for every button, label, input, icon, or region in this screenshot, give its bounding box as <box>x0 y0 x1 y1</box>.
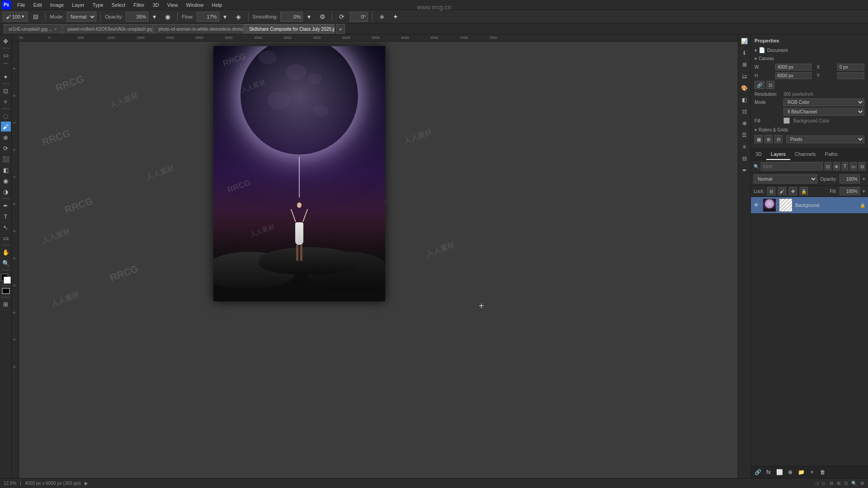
bit-depth-select[interactable]: 8 Bits/Channel <box>783 108 864 116</box>
opacity-input[interactable] <box>126 12 148 22</box>
tab-paths[interactable]: Paths <box>821 149 842 160</box>
lock-all-btn[interactable]: 🔒 <box>800 187 808 195</box>
flow-arrow[interactable]: ▾ <box>220 11 231 22</box>
tool-marquee[interactable]: ▭ <box>1 50 11 60</box>
tool-path-select[interactable]: ↖ <box>1 222 11 232</box>
tab-channels[interactable]: Channels <box>790 149 820 160</box>
tab-4[interactable]: Skillshare Composite for Class July 2020… <box>244 24 335 34</box>
height-input[interactable] <box>775 72 811 79</box>
layers-kind-input[interactable] <box>761 162 823 170</box>
tool-crop[interactable]: ⊡ <box>1 86 11 96</box>
angle-input[interactable] <box>350 12 368 22</box>
menu-3d[interactable]: 3D <box>149 1 163 9</box>
ruler-snap-btn[interactable]: ⊟ <box>774 135 783 143</box>
menu-file[interactable]: File <box>14 1 29 9</box>
always-use-pressure-btn[interactable]: ◉ <box>162 11 173 22</box>
document-section[interactable]: ▾ 📄 Document <box>755 47 864 53</box>
adjustments-btn[interactable]: ⊕ <box>740 118 750 128</box>
tool-dodge[interactable]: ◑ <box>1 187 11 197</box>
menu-view[interactable]: View <box>164 1 182 9</box>
styles-btn[interactable]: ☰ <box>740 130 750 140</box>
tool-magic-wand[interactable]: ✦ <box>1 72 11 82</box>
delete-layer-btn[interactable]: 🗑 <box>819 468 827 476</box>
menu-filter[interactable]: Filter <box>130 1 148 9</box>
image-canvas[interactable]: RRCG 人人素材 RRCG 人人素材 <box>213 46 385 301</box>
info-btn[interactable]: ℹ <box>740 48 750 58</box>
tool-brush[interactable]: 🖌 <box>1 122 11 131</box>
link-layers-btn[interactable]: 🔗 <box>754 468 762 476</box>
smoothing-input[interactable] <box>280 12 303 22</box>
add-fx-btn[interactable]: fx <box>764 468 773 476</box>
status-icon-1[interactable]: ◁ <box>815 481 819 486</box>
angle-btn[interactable]: ⟳ <box>336 11 347 22</box>
fg-bg-colors[interactable] <box>1 274 11 284</box>
menu-help[interactable]: Help <box>208 1 226 9</box>
layer-background[interactable]: 👁 Background 🔒 <box>751 197 868 214</box>
lock-aspect-btn[interactable]: 🔗 <box>755 81 764 89</box>
menu-type[interactable]: Type <box>89 1 107 9</box>
fill-color-swatch[interactable] <box>783 117 790 124</box>
status-arrow[interactable]: ▶ <box>85 481 88 486</box>
status-icon-2[interactable]: ▷ <box>822 481 826 486</box>
quick-mask[interactable] <box>2 288 10 294</box>
menu-image[interactable]: Image <box>47 1 68 9</box>
grid-btn[interactable]: ⊞ <box>740 60 750 70</box>
airbrush-btn[interactable]: ◈ <box>233 11 244 22</box>
tab-1-close[interactable]: × <box>54 27 57 32</box>
layers-filter-type-btn[interactable]: ⊡ <box>825 162 831 170</box>
layers-opacity-input[interactable] <box>840 174 860 183</box>
status-icon-4[interactable]: ⊞ <box>837 481 840 486</box>
brush-settings-btn[interactable]: ⊟ <box>30 11 41 22</box>
new-fill-adj-btn[interactable]: ⊕ <box>786 468 794 476</box>
tool-clone[interactable]: ⊕ <box>1 132 11 142</box>
menu-edit[interactable]: Edit <box>30 1 46 9</box>
tablet-pressure-btn[interactable]: ✦ <box>390 11 401 22</box>
background-color[interactable] <box>4 277 11 284</box>
tool-eraser[interactable]: ⬛ <box>1 154 11 164</box>
screen-mode-btn[interactable]: ⊞ <box>1 299 11 309</box>
histogram-btn[interactable]: 📊 <box>740 36 750 46</box>
status-icon-3[interactable]: ⊟ <box>830 481 833 486</box>
lock-paint-btn[interactable]: 🖌 <box>778 187 786 195</box>
menu-window[interactable]: Window <box>182 1 207 9</box>
tool-eyedropper[interactable]: ⟡ <box>1 97 11 107</box>
layers-filter-text-btn[interactable]: T <box>842 162 849 170</box>
rulers-section[interactable]: ▾ Rulers & Grids <box>755 127 864 132</box>
patterns-btn[interactable]: ⊡ <box>740 107 750 117</box>
tool-lasso[interactable]: ⌒ <box>1 61 11 71</box>
tool-hand[interactable]: ✋ <box>1 247 11 257</box>
tool-spot-heal[interactable]: ◌ <box>1 111 11 121</box>
layers-icon-btn[interactable]: ≡ <box>740 142 750 152</box>
tool-zoom[interactable]: 🔍 <box>1 258 11 268</box>
smoothing-arrow[interactable]: ▾ <box>303 11 314 22</box>
smoothing-settings-btn[interactable]: ⚙ <box>317 11 328 22</box>
lock-transparent-btn[interactable]: ⊟ <box>767 187 775 195</box>
flow-input[interactable] <box>197 12 219 22</box>
ruler-grid-btn[interactable]: ⊞ <box>764 135 773 143</box>
tool-preset-btn[interactable]: 🖌 100 ▾ <box>3 12 28 22</box>
width-input[interactable] <box>775 64 811 70</box>
fill-input[interactable] <box>840 187 860 195</box>
symmetry-btn[interactable]: ⧺ <box>377 11 387 22</box>
canvas-area[interactable]: RRCG 人人素材 RRCG 人人素材 RRCG 人人素材 RRCG 人人素材 … <box>19 42 738 478</box>
tab-3[interactable]: photo-of-woman-in-white-sleeveless-dress… <box>153 24 244 34</box>
gradients-btn[interactable]: ◧ <box>740 95 750 105</box>
new-layer-btn[interactable]: + <box>808 468 816 476</box>
fill-arrow[interactable]: ▾ <box>863 188 865 194</box>
libraries-btn[interactable]: 🗂 <box>740 71 750 81</box>
mode-prop-select[interactable]: RGB Color <box>783 99 864 106</box>
add-mask-btn[interactable]: ⬜ <box>775 468 783 476</box>
new-group-btn[interactable]: 📁 <box>797 468 805 476</box>
y-input[interactable] <box>837 72 864 79</box>
tabs-overflow-btn[interactable]: » <box>336 24 345 34</box>
fit-canvas-btn[interactable]: ⊡ <box>766 81 774 89</box>
status-icon-5[interactable]: ⊡ <box>844 481 848 486</box>
menu-layer[interactable]: Layer <box>68 1 88 9</box>
layer-visibility-icon[interactable]: 👁 <box>754 202 760 208</box>
layers-filter-adj-btn[interactable]: ⊕ <box>833 162 840 170</box>
tool-text[interactable]: T <box>1 211 11 221</box>
x-input[interactable] <box>837 64 864 70</box>
rulers-unit-select[interactable]: Pixels <box>786 136 864 143</box>
tab-1[interactable]: or1nE-unsplash.jpg ... × <box>4 24 62 34</box>
menu-select[interactable]: Select <box>108 1 129 9</box>
